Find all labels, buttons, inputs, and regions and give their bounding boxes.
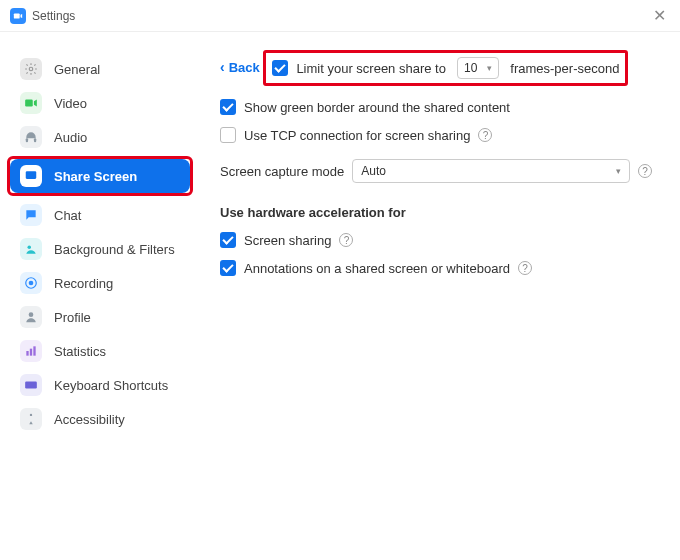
limit-fps-prefix: Limit your screen share to — [296, 61, 446, 76]
sidebar-item-keyboard-shortcuts[interactable]: Keyboard Shortcuts — [10, 368, 190, 402]
sidebar-item-video[interactable]: Video — [10, 86, 190, 120]
share-screen-icon — [20, 165, 42, 187]
accessibility-icon — [20, 408, 42, 430]
svg-rect-13 — [25, 382, 37, 389]
zoom-app-icon — [10, 8, 26, 24]
back-label: Back — [229, 60, 260, 75]
content-panel: ‹ Back Limit your screen share to 10 ▾ f… — [200, 32, 680, 560]
keyboard-icon — [20, 374, 42, 396]
profile-icon — [20, 306, 42, 328]
svg-point-6 — [28, 246, 32, 250]
checkbox-limit-fps[interactable] — [272, 60, 288, 76]
help-icon[interactable]: ? — [638, 164, 652, 178]
help-icon[interactable]: ? — [518, 261, 532, 275]
checkbox-use-tcp[interactable] — [220, 127, 236, 143]
limit-fps-suffix: frames-per-second — [510, 61, 619, 76]
highlight-fps-row: Limit your screen share to 10 ▾ frames-p… — [263, 50, 628, 86]
statistics-icon — [20, 340, 42, 362]
use-tcp-label: Use TCP connection for screen sharing — [244, 128, 470, 143]
help-icon[interactable]: ? — [339, 233, 353, 247]
green-border-label: Show green border around the shared cont… — [244, 100, 510, 115]
svg-rect-11 — [30, 349, 32, 356]
sidebar-item-background-filters[interactable]: Background & Filters — [10, 232, 190, 266]
hw-accel-header: Use hardware acceleration for — [220, 193, 652, 226]
checkbox-green-border[interactable] — [220, 99, 236, 115]
sidebar-item-label: Background & Filters — [54, 242, 175, 257]
chat-icon — [20, 204, 42, 226]
svg-rect-2 — [25, 100, 33, 107]
svg-point-9 — [29, 312, 34, 317]
record-icon — [20, 272, 42, 294]
sidebar-item-label: Chat — [54, 208, 81, 223]
chevron-down-icon: ▾ — [487, 63, 492, 73]
svg-rect-3 — [26, 138, 28, 142]
sidebar-item-label: Recording — [54, 276, 113, 291]
sidebar-item-label: Profile — [54, 310, 91, 325]
headphones-icon — [20, 126, 42, 148]
sidebar-item-label: Audio — [54, 130, 87, 145]
sidebar-item-label: General — [54, 62, 100, 77]
video-icon — [20, 92, 42, 114]
svg-point-8 — [29, 281, 34, 286]
sidebar-item-statistics[interactable]: Statistics — [10, 334, 190, 368]
help-icon[interactable]: ? — [478, 128, 492, 142]
capture-mode-select[interactable]: Auto ▾ — [352, 159, 630, 183]
svg-rect-0 — [14, 13, 20, 18]
hw-screen-sharing-label: Screen sharing — [244, 233, 331, 248]
sidebar-item-label: Statistics — [54, 344, 106, 359]
chevron-down-icon: ▾ — [616, 166, 621, 176]
capture-mode-value: Auto — [361, 164, 386, 178]
sidebar-item-label: Share Screen — [54, 169, 137, 184]
svg-rect-5 — [26, 171, 37, 179]
checkbox-hw-annotations[interactable] — [220, 260, 236, 276]
titlebar: Settings ✕ — [0, 0, 680, 32]
sidebar-item-profile[interactable]: Profile — [10, 300, 190, 334]
sidebar-item-label: Keyboard Shortcuts — [54, 378, 168, 393]
svg-rect-10 — [26, 351, 28, 356]
chevron-left-icon: ‹ — [220, 59, 225, 75]
sidebar-item-audio[interactable]: Audio — [10, 120, 190, 154]
sidebar-item-share-screen[interactable]: Share Screen — [10, 159, 190, 193]
hw-annotations-label: Annotations on a shared screen or whiteb… — [244, 261, 510, 276]
sidebar-item-chat[interactable]: Chat — [10, 198, 190, 232]
sidebar-item-accessibility[interactable]: Accessibility — [10, 402, 190, 436]
svg-rect-12 — [33, 346, 35, 355]
sidebar-item-general[interactable]: General — [10, 52, 190, 86]
gear-icon — [20, 58, 42, 80]
background-icon — [20, 238, 42, 260]
svg-point-1 — [29, 67, 33, 71]
sidebar-item-recording[interactable]: Recording — [10, 266, 190, 300]
svg-point-14 — [30, 414, 32, 416]
sidebar-item-label: Video — [54, 96, 87, 111]
fps-select[interactable]: 10 ▾ — [457, 57, 499, 79]
window-title: Settings — [32, 9, 75, 23]
highlight-share-screen: Share Screen — [7, 156, 193, 196]
back-link[interactable]: ‹ Back — [220, 59, 260, 75]
sidebar-item-label: Accessibility — [54, 412, 125, 427]
close-icon[interactable]: ✕ — [649, 6, 670, 25]
fps-value: 10 — [464, 61, 477, 75]
sidebar: General Video Audio Share Screen Chat — [0, 32, 200, 560]
svg-rect-4 — [34, 138, 36, 142]
capture-mode-label: Screen capture mode — [220, 164, 344, 179]
checkbox-hw-screen-sharing[interactable] — [220, 232, 236, 248]
